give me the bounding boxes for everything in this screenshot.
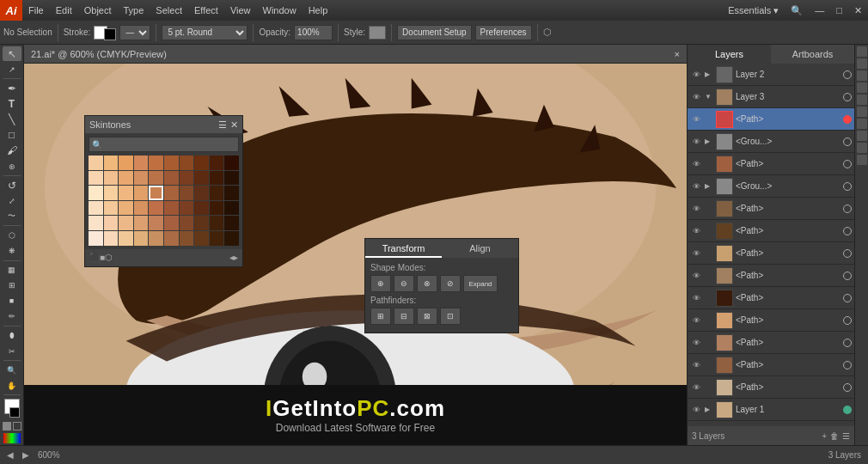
layer-item-path11[interactable]: 👁 <Path> bbox=[688, 376, 854, 399]
swatch-5[interactable] bbox=[149, 156, 163, 170]
swatch-53[interactable] bbox=[119, 231, 133, 246]
paintbrush-tool[interactable]: 🖌 bbox=[3, 143, 21, 158]
swatch-19[interactable] bbox=[210, 171, 224, 186]
layer-item-path3[interactable]: 👁 <Path> bbox=[688, 198, 854, 220]
status-nav-fwd[interactable]: ▶ bbox=[22, 450, 29, 460]
menu-file[interactable]: File bbox=[22, 0, 50, 21]
path7-vis[interactable]: 👁 bbox=[690, 292, 702, 304]
swatch-3[interactable] bbox=[119, 156, 133, 170]
swatch-23[interactable] bbox=[119, 186, 133, 200]
swatch-35[interactable] bbox=[149, 201, 163, 216]
swatch-33[interactable] bbox=[119, 201, 133, 216]
rt-tool-8[interactable] bbox=[857, 131, 867, 141]
layer-item-path9[interactable]: 👁 <Path> bbox=[688, 332, 854, 354]
menu-edit[interactable]: Edit bbox=[50, 0, 78, 21]
stroke-box[interactable] bbox=[9, 407, 20, 418]
path2-vis[interactable]: 👁 bbox=[690, 158, 702, 170]
layer-item-path8[interactable]: 👁 <Path> bbox=[688, 309, 854, 332]
delete-layer-btn[interactable]: 🗑 bbox=[830, 431, 839, 441]
swatch-50[interactable] bbox=[224, 216, 239, 230]
rt-tool-10[interactable] bbox=[857, 155, 867, 165]
layer-item-path5[interactable]: 👁 <Path> bbox=[688, 242, 854, 265]
swatch-52[interactable] bbox=[104, 231, 119, 246]
path4-vis[interactable]: 👁 bbox=[690, 225, 702, 237]
swatch-42[interactable] bbox=[104, 216, 119, 230]
exclude-btn[interactable]: ⊘ bbox=[440, 275, 461, 292]
swatch-18[interactable] bbox=[194, 171, 209, 186]
rect-tool[interactable]: □ bbox=[3, 128, 21, 143]
canvas-content[interactable]: Skintones ☰ ✕ bbox=[24, 64, 687, 445]
menu-effect[interactable]: Effect bbox=[188, 0, 224, 21]
path11-vis[interactable]: 👁 bbox=[690, 382, 702, 394]
normal-mode[interactable] bbox=[3, 422, 11, 430]
swatch-45[interactable] bbox=[149, 216, 163, 230]
menu-select[interactable]: Select bbox=[150, 0, 188, 21]
menu-view[interactable]: View bbox=[224, 0, 257, 21]
swatch-54[interactable] bbox=[134, 231, 149, 246]
expand-btn[interactable]: Expand bbox=[463, 275, 498, 292]
close-button[interactable]: ✕ bbox=[848, 0, 868, 21]
status-nav-back[interactable]: ◀ bbox=[7, 450, 14, 460]
swatch-37[interactable] bbox=[180, 201, 194, 216]
swatch-25-selected[interactable] bbox=[149, 186, 163, 200]
scissors-tool[interactable]: ✂ bbox=[3, 344, 21, 358]
eyedropper-tool[interactable]: ✏ bbox=[3, 309, 21, 324]
unite-btn[interactable]: ⊕ bbox=[370, 275, 391, 292]
rt-tool-2[interactable] bbox=[857, 58, 867, 69]
new-layer-btn[interactable]: + bbox=[822, 431, 827, 441]
warp-tool[interactable]: 〜 bbox=[3, 209, 21, 223]
stroke-selector[interactable]: — bbox=[119, 25, 150, 40]
swatch-48[interactable] bbox=[194, 216, 209, 230]
swatch-12[interactable] bbox=[104, 171, 119, 186]
layer-menu-btn[interactable]: ☰ bbox=[842, 431, 850, 441]
layer-item-layer2[interactable]: 👁 ▶ Layer 2 bbox=[688, 64, 854, 86]
swatch-22[interactable] bbox=[104, 186, 119, 200]
rt-tool-6[interactable] bbox=[857, 107, 867, 117]
rt-tool-4[interactable] bbox=[857, 82, 867, 93]
change-screen-mode[interactable] bbox=[3, 433, 21, 443]
swatch-59[interactable] bbox=[210, 231, 224, 246]
minus-btn[interactable]: ⊖ bbox=[394, 275, 414, 292]
pen-tool[interactable]: ✒ bbox=[3, 81, 21, 95]
path-sel-vis[interactable]: 👁 bbox=[690, 113, 702, 125]
menu-window[interactable]: Window bbox=[257, 0, 303, 21]
swatch-32[interactable] bbox=[104, 201, 119, 216]
pf-merge-btn[interactable]: ⊠ bbox=[417, 308, 437, 325]
layer-item-path-selected[interactable]: 👁 <Path> bbox=[688, 108, 854, 131]
swatch-34[interactable] bbox=[134, 201, 149, 216]
skintones-panel-options[interactable]: ☰ bbox=[218, 119, 227, 131]
path5-vis[interactable]: 👁 bbox=[690, 247, 702, 259]
swatch-30[interactable] bbox=[224, 186, 239, 200]
swatch-58[interactable] bbox=[194, 231, 209, 246]
direct-select-tool[interactable]: ↗ bbox=[3, 62, 21, 76]
layer-item-layer1[interactable]: 👁 ▶ Layer 1 bbox=[688, 399, 854, 421]
fill-color[interactable] bbox=[104, 28, 116, 40]
swatch-9[interactable] bbox=[210, 156, 224, 170]
blob-tool[interactable]: ⊛ bbox=[3, 159, 21, 174]
zoom-tool[interactable]: 🔍 bbox=[3, 363, 21, 377]
layer-item-group2[interactable]: 👁 ▶ <Grou...> bbox=[688, 175, 854, 198]
tab-artboards[interactable]: Artboards bbox=[771, 45, 854, 64]
select-tool[interactable]: ↖ bbox=[3, 46, 21, 61]
swatch-10[interactable] bbox=[224, 156, 239, 170]
swatch-39[interactable] bbox=[210, 201, 224, 216]
layer2-vis[interactable]: 👁 bbox=[690, 69, 702, 81]
symbol-tool[interactable]: ❋ bbox=[3, 243, 21, 258]
free-transform-tool[interactable]: ⬡ bbox=[3, 228, 21, 242]
opacity-input[interactable] bbox=[294, 25, 333, 40]
swatch-31[interactable] bbox=[89, 201, 103, 216]
swatch-55[interactable] bbox=[149, 231, 163, 246]
swatch-40[interactable] bbox=[224, 201, 239, 216]
layer-item-layer3[interactable]: 👁 ▼ Layer 3 bbox=[688, 86, 854, 108]
swatch-27[interactable] bbox=[180, 186, 194, 200]
grp2-vis[interactable]: 👁 bbox=[690, 180, 702, 192]
essentials-label[interactable]: Essentials ▾ bbox=[722, 0, 785, 21]
arrange-icon[interactable]: ⬡ bbox=[543, 27, 552, 38]
mesh-tool[interactable]: ⊞ bbox=[3, 278, 21, 293]
layer-item-path10[interactable]: 👁 <Path> bbox=[688, 354, 854, 376]
scale-tool[interactable]: ⤢ bbox=[3, 193, 21, 208]
minimize-button[interactable]: — bbox=[809, 0, 830, 21]
rt-tool-3[interactable] bbox=[857, 70, 867, 81]
swatch-26[interactable] bbox=[164, 186, 179, 200]
path9-vis[interactable]: 👁 bbox=[690, 337, 702, 349]
